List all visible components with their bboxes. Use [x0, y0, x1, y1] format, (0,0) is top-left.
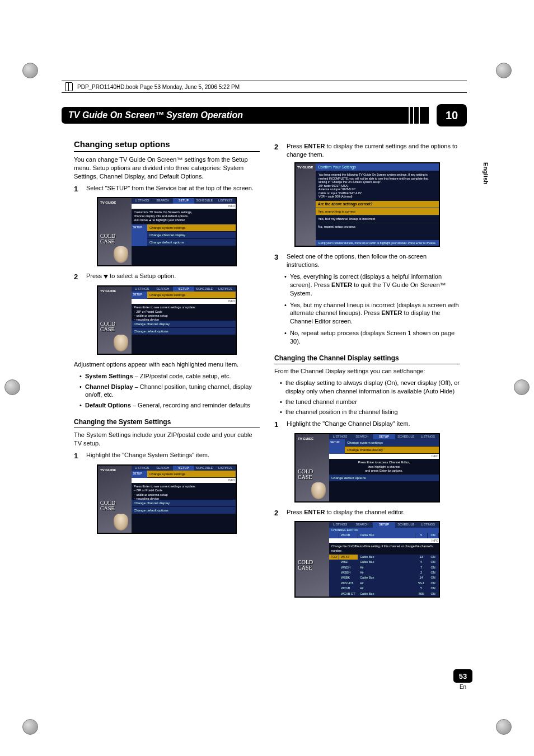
- book-icon: [65, 82, 73, 91]
- para-channel-display: From the Channel Display settings you ca…: [274, 367, 460, 375]
- screenshot-channel-display: TV GUIDE COLDCASE LISTINGS SEARCH SETUP …: [294, 433, 440, 503]
- option-yes-lineup-wrong: Yes, but my channel lineup is incorrect …: [284, 301, 460, 326]
- crop-mark-mid-left: [4, 375, 29, 400]
- screenshot-channel-editor: COLDCASE LISTINGS SEARCH SETUP SCHEDULE …: [294, 521, 440, 598]
- sys-step-1-text: Highlight the "Change System Settings" i…: [86, 451, 260, 461]
- cd-bullet-3: the channel position in the channel list…: [280, 408, 460, 416]
- screenshot-system-settings-desc: TV GUIDE COLDCASE LISTINGS SEARCH SETUP …: [97, 285, 237, 355]
- para-changing-setup: You can change TV Guide On Screen™ setti…: [74, 156, 260, 181]
- editor-row: WCVBAir5ON: [329, 586, 439, 591]
- editor-row: WNDHAir7ON: [329, 565, 439, 570]
- bullet-system-settings: System Settings – ZIP/postal code, cable…: [79, 372, 260, 381]
- para-adjustment-options: Adjustment options appear with each high…: [74, 360, 260, 369]
- chapter-bar: TV Guide On Screen™ System Operation 10: [62, 104, 467, 126]
- option-no-repeat: No, repeat setup process (displays Scree…: [284, 329, 460, 346]
- cd-step-2-text: Press ENTER to display the channel edito…: [287, 508, 460, 518]
- editor-row: FOXWFXTCable Box13ON: [329, 555, 439, 560]
- para-system-settings: The System Settings include your ZIP/pos…: [74, 431, 260, 448]
- editor-row: WBZCable Box4ON: [329, 560, 439, 565]
- editor-row: WCVB-DTCable Box805ON: [329, 591, 439, 597]
- step-1-number: 1: [74, 184, 82, 194]
- page-lang: En: [453, 684, 472, 690]
- editor-row: WGBHAir2ON: [329, 570, 439, 575]
- right-step-3-number: 3: [274, 252, 282, 269]
- crop-mark-bottom-right: [487, 715, 512, 739]
- right-step-3-text: Select one of the options, then follow t…: [287, 252, 460, 269]
- screenshot-change-system-settings: TV GUIDE COLDCASE LISTINGS SEARCH SETUP …: [97, 464, 237, 534]
- cd-step-2-number: 2: [274, 508, 282, 518]
- sys-step-1-number: 1: [74, 451, 82, 461]
- language-tab: English: [483, 162, 489, 185]
- book-header-text: PDP_PRO1140HD.book Page 53 Monday, June …: [77, 84, 240, 90]
- down-arrow-icon: [104, 275, 108, 279]
- crop-mark-top-left: [22, 58, 47, 83]
- heading-changing-setup: Changing setup options: [74, 139, 260, 152]
- crop-mark-top-right: [487, 58, 512, 83]
- crop-mark-bottom-left: [22, 715, 47, 739]
- step-1-text: Select "SETUP" from the Service bar at t…: [86, 184, 260, 194]
- heading-system-settings: Changing the System Settings: [74, 417, 260, 428]
- chapter-number: 10: [437, 104, 467, 126]
- left-column: Changing setup options You can change TV…: [74, 139, 260, 672]
- cd-step-1-number: 1: [274, 420, 282, 430]
- editor-row: WLVI-DTAir56-1ON: [329, 581, 439, 586]
- tvguide-logo: TV GUIDE: [100, 200, 116, 205]
- step-2-text: Press to select a Setup option.: [86, 272, 260, 282]
- chapter-title: TV Guide On Screen™ System Operation: [68, 110, 243, 120]
- right-column: 2 Press ENTER to display the current set…: [274, 139, 460, 672]
- screenshot-setup-overview: TV GUIDE COLDCASE LISTINGS SEARCH SETUP …: [97, 197, 237, 266]
- page-number: 53: [453, 669, 472, 683]
- cd-step-1-text: Highlight the "Change Channel Display" i…: [287, 420, 460, 430]
- right-step-2-number: 2: [274, 142, 282, 159]
- heading-channel-display: Changing the Channel Display settings: [274, 354, 460, 364]
- option-yes-correct: Yes, everything is correct (displays a h…: [284, 273, 460, 298]
- bullet-channel-display: Channel Display – Channel position, tuni…: [79, 383, 260, 400]
- thumbnail-face: [114, 246, 128, 263]
- cd-bullet-1: the display setting to always display (O…: [280, 379, 460, 396]
- book-header: PDP_PRO1140HD.book Page 53 Monday, June …: [62, 81, 467, 93]
- bullet-default-options: Default Options – General, recording and…: [79, 401, 260, 410]
- screenshot-confirm-settings: TV GUIDE Confirm Your Settings You have …: [294, 162, 440, 247]
- editor-row: WSBKCable Box14ON: [329, 575, 439, 580]
- step-2-number: 2: [74, 272, 82, 282]
- crop-mark-mid-right: [505, 375, 530, 400]
- cd-bullet-2: the tuned channel number: [280, 398, 460, 406]
- right-step-2-text: Press ENTER to display the current setti…: [287, 142, 460, 159]
- page-footer: 53 En: [453, 669, 472, 690]
